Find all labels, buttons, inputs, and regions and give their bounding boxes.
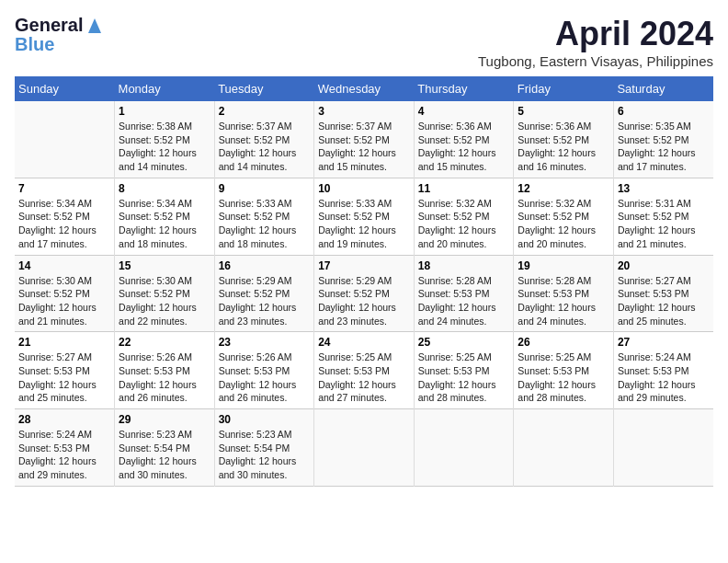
day-number: 29	[119, 413, 210, 426]
location: Tugbong, Eastern Visayas, Philippines	[478, 53, 713, 69]
day-cell: 16Sunrise: 5:29 AM Sunset: 5:52 PM Dayli…	[214, 255, 314, 332]
day-cell: 25Sunrise: 5:25 AM Sunset: 5:53 PM Dayli…	[414, 332, 514, 409]
day-cell: 6Sunrise: 5:35 AM Sunset: 5:52 PM Daylig…	[613, 101, 713, 178]
day-number: 25	[418, 336, 510, 349]
day-info: Sunrise: 5:37 AM Sunset: 5:52 PM Dayligh…	[318, 120, 410, 174]
month-title: April 2024	[478, 15, 713, 53]
day-info: Sunrise: 5:37 AM Sunset: 5:52 PM Dayligh…	[219, 120, 311, 174]
day-cell	[314, 409, 415, 487]
day-info: Sunrise: 5:24 AM Sunset: 5:53 PM Dayligh…	[618, 350, 710, 405]
day-number: 10	[318, 182, 410, 195]
header-tuesday: Tuesday	[214, 76, 314, 101]
day-cell: 5Sunrise: 5:36 AM Sunset: 5:52 PM Daylig…	[514, 101, 614, 178]
day-number: 24	[318, 336, 410, 349]
title-block: April 2024 Tugbong, Eastern Visayas, Phi…	[478, 15, 713, 69]
day-info: Sunrise: 5:28 AM Sunset: 5:53 PM Dayligh…	[518, 274, 609, 328]
day-info: Sunrise: 5:34 AM Sunset: 5:52 PM Dayligh…	[119, 197, 210, 251]
day-number: 22	[119, 336, 210, 349]
week-row-4: 21Sunrise: 5:27 AM Sunset: 5:53 PM Dayli…	[15, 332, 713, 409]
day-cell: 24Sunrise: 5:25 AM Sunset: 5:53 PM Dayli…	[314, 332, 415, 409]
day-cell: 10Sunrise: 5:33 AM Sunset: 5:52 PM Dayli…	[314, 178, 415, 255]
day-cell: 27Sunrise: 5:24 AM Sunset: 5:53 PM Dayli…	[613, 332, 713, 409]
day-info: Sunrise: 5:32 AM Sunset: 5:52 PM Dayligh…	[518, 197, 609, 251]
day-info: Sunrise: 5:31 AM Sunset: 5:52 PM Dayligh…	[618, 197, 710, 251]
header-wednesday: Wednesday	[314, 76, 415, 101]
page-header: General Blue April 2024 Tugbong, Eastern…	[15, 15, 713, 69]
day-cell: 11Sunrise: 5:32 AM Sunset: 5:52 PM Dayli…	[414, 178, 514, 255]
day-cell: 3Sunrise: 5:37 AM Sunset: 5:52 PM Daylig…	[314, 101, 415, 178]
svg-marker-0	[88, 18, 101, 33]
day-number: 20	[618, 259, 710, 272]
header-saturday: Saturday	[613, 76, 713, 101]
day-number: 2	[219, 105, 311, 118]
day-info: Sunrise: 5:29 AM Sunset: 5:52 PM Dayligh…	[219, 274, 311, 328]
logo-blue-text: Blue	[15, 35, 54, 53]
header-row: SundayMondayTuesdayWednesdayThursdayFrid…	[15, 76, 713, 101]
day-number: 1	[119, 105, 210, 118]
day-cell: 8Sunrise: 5:34 AM Sunset: 5:52 PM Daylig…	[115, 178, 215, 255]
day-cell: 19Sunrise: 5:28 AM Sunset: 5:53 PM Dayli…	[514, 255, 614, 332]
day-info: Sunrise: 5:33 AM Sunset: 5:52 PM Dayligh…	[219, 197, 311, 251]
day-cell: 29Sunrise: 5:23 AM Sunset: 5:54 PM Dayli…	[115, 409, 215, 487]
day-info: Sunrise: 5:38 AM Sunset: 5:52 PM Dayligh…	[119, 120, 210, 174]
day-cell: 2Sunrise: 5:37 AM Sunset: 5:52 PM Daylig…	[214, 101, 314, 178]
day-cell: 26Sunrise: 5:25 AM Sunset: 5:53 PM Dayli…	[514, 332, 614, 409]
logo-general-text: General	[15, 16, 83, 34]
day-cell: 28Sunrise: 5:24 AM Sunset: 5:53 PM Dayli…	[15, 409, 115, 487]
day-info: Sunrise: 5:25 AM Sunset: 5:53 PM Dayligh…	[518, 350, 609, 405]
day-cell: 23Sunrise: 5:26 AM Sunset: 5:53 PM Dayli…	[214, 332, 314, 409]
week-row-2: 7Sunrise: 5:34 AM Sunset: 5:52 PM Daylig…	[15, 178, 713, 255]
day-info: Sunrise: 5:28 AM Sunset: 5:53 PM Dayligh…	[418, 274, 510, 328]
day-number: 9	[219, 182, 311, 195]
day-info: Sunrise: 5:26 AM Sunset: 5:53 PM Dayligh…	[219, 350, 311, 405]
day-number: 15	[119, 259, 210, 272]
day-cell: 12Sunrise: 5:32 AM Sunset: 5:52 PM Dayli…	[514, 178, 614, 255]
day-cell: 7Sunrise: 5:34 AM Sunset: 5:52 PM Daylig…	[15, 178, 115, 255]
day-number: 14	[18, 259, 110, 272]
day-cell	[15, 101, 115, 178]
day-info: Sunrise: 5:30 AM Sunset: 5:52 PM Dayligh…	[119, 274, 210, 328]
day-cell: 21Sunrise: 5:27 AM Sunset: 5:53 PM Dayli…	[15, 332, 115, 409]
day-info: Sunrise: 5:35 AM Sunset: 5:52 PM Dayligh…	[618, 120, 710, 174]
day-info: Sunrise: 5:25 AM Sunset: 5:53 PM Dayligh…	[418, 350, 510, 405]
header-monday: Monday	[115, 76, 215, 101]
day-info: Sunrise: 5:29 AM Sunset: 5:52 PM Dayligh…	[318, 274, 410, 328]
day-info: Sunrise: 5:34 AM Sunset: 5:52 PM Dayligh…	[18, 197, 110, 251]
day-number: 13	[618, 182, 710, 195]
day-info: Sunrise: 5:30 AM Sunset: 5:52 PM Dayligh…	[18, 274, 110, 328]
day-info: Sunrise: 5:25 AM Sunset: 5:53 PM Dayligh…	[318, 350, 410, 405]
week-row-3: 14Sunrise: 5:30 AM Sunset: 5:52 PM Dayli…	[15, 255, 713, 332]
day-number: 4	[418, 105, 510, 118]
day-info: Sunrise: 5:26 AM Sunset: 5:53 PM Dayligh…	[119, 350, 210, 405]
day-info: Sunrise: 5:23 AM Sunset: 5:54 PM Dayligh…	[219, 428, 311, 482]
day-cell	[514, 409, 614, 487]
header-sunday: Sunday	[15, 76, 115, 101]
day-number: 6	[618, 105, 710, 118]
day-cell: 9Sunrise: 5:33 AM Sunset: 5:52 PM Daylig…	[214, 178, 314, 255]
day-cell: 1Sunrise: 5:38 AM Sunset: 5:52 PM Daylig…	[115, 101, 215, 178]
day-number: 12	[518, 182, 609, 195]
day-info: Sunrise: 5:23 AM Sunset: 5:54 PM Dayligh…	[119, 428, 210, 482]
day-cell	[414, 409, 514, 487]
header-friday: Friday	[514, 76, 614, 101]
day-cell: 18Sunrise: 5:28 AM Sunset: 5:53 PM Dayli…	[414, 255, 514, 332]
day-cell: 15Sunrise: 5:30 AM Sunset: 5:52 PM Dayli…	[115, 255, 215, 332]
day-number: 3	[318, 105, 410, 118]
day-number: 26	[518, 336, 609, 349]
day-info: Sunrise: 5:27 AM Sunset: 5:53 PM Dayligh…	[18, 350, 110, 405]
day-cell: 22Sunrise: 5:26 AM Sunset: 5:53 PM Dayli…	[115, 332, 215, 409]
day-number: 17	[318, 259, 410, 272]
week-row-5: 28Sunrise: 5:24 AM Sunset: 5:53 PM Dayli…	[15, 409, 713, 487]
day-number: 28	[18, 413, 110, 426]
logo-icon	[86, 15, 103, 35]
day-cell: 30Sunrise: 5:23 AM Sunset: 5:54 PM Dayli…	[214, 409, 314, 487]
day-number: 23	[219, 336, 311, 349]
logo: General Blue	[15, 15, 103, 53]
day-info: Sunrise: 5:36 AM Sunset: 5:52 PM Dayligh…	[418, 120, 510, 174]
day-number: 11	[418, 182, 510, 195]
day-number: 30	[219, 413, 311, 426]
day-info: Sunrise: 5:24 AM Sunset: 5:53 PM Dayligh…	[18, 428, 110, 482]
calendar-table: SundayMondayTuesdayWednesdayThursdayFrid…	[15, 76, 713, 487]
day-cell	[613, 409, 713, 487]
day-cell: 20Sunrise: 5:27 AM Sunset: 5:53 PM Dayli…	[613, 255, 713, 332]
